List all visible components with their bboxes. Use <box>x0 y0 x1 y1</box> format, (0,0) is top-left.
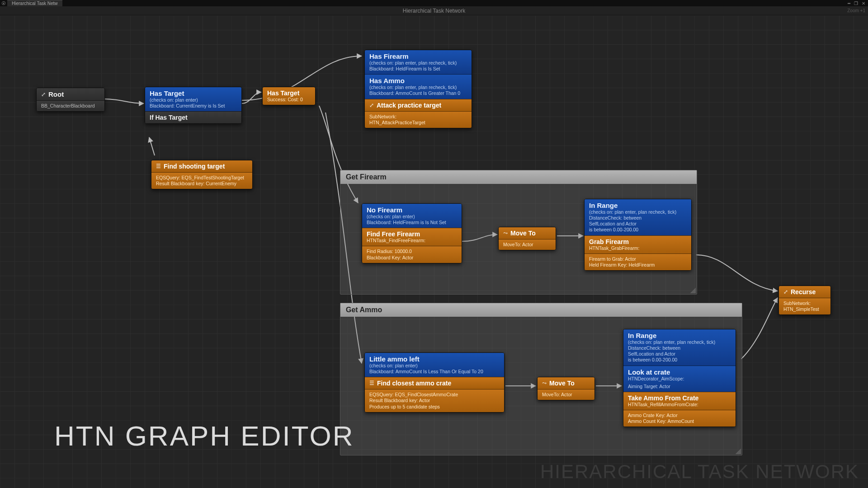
node-detail: Firearm to Grab: Actor <box>589 256 687 262</box>
node-detail: HTNTask_GrabFirearm: <box>589 245 687 251</box>
watermark-text: HIERARCHICAL TASK NETWORK <box>540 461 859 483</box>
node-title: Has Target <box>267 89 311 97</box>
node-detail: (checks on: plan enter) <box>369 363 500 369</box>
node-title: Root <box>48 90 64 98</box>
node-take-ammo[interactable]: In Range (checks on: plan enter, plan re… <box>623 329 736 427</box>
node-title: Recurse <box>791 288 816 296</box>
node-detail: Blackboard: AmmoCount Is Greater Than 0 <box>369 90 467 96</box>
node-detail: HTNTask_FindFreeFirearm: <box>367 238 457 244</box>
node-detail: MoveTo: Actor <box>542 392 590 398</box>
node-detail: is between 0.00-200.00 <box>589 227 687 233</box>
overlay-title: HTN GRAPH EDITOR <box>54 420 354 452</box>
node-has-target-task[interactable]: Has Target Success: Cost: 0 <box>262 87 316 105</box>
node-detail: (checks on: plan enter, plan recheck, ti… <box>369 84 467 90</box>
node-title: Take Ammo From Crate <box>628 394 731 402</box>
node-detail: Result Blackboard key: Actor <box>369 398 500 404</box>
node-detail: Result Blackboard key: CurrentEnemy <box>156 181 248 187</box>
node-detail: HTN_SimpleTest <box>783 306 826 312</box>
node-detail: HTNTask_RefillAmmoFromCrate: <box>628 402 731 408</box>
compound-header: Get Firearm <box>340 170 697 184</box>
node-subtitle: BB_CharacterBlackboard <box>41 103 100 109</box>
graph-header: Hierarchical Task Network Zoom +1 <box>0 6 868 15</box>
node-title: Move To <box>549 380 575 387</box>
node-detail: MoveTo: Actor <box>503 242 551 248</box>
node-detail: (checks on: plan enter) <box>367 214 457 220</box>
node-title: Attack practice target <box>377 102 441 109</box>
node-title: No Firearm <box>367 206 457 214</box>
node-find-ammo-crate[interactable]: Little ammo left (checks on: plan enter)… <box>364 352 505 413</box>
node-detail: Success: Cost: 0 <box>267 97 311 103</box>
node-detail: Blackboard: HeldFirearm is Is Not Set <box>367 220 457 225</box>
node-detail: HTN_AttackPracticeTarget <box>369 120 467 126</box>
query-icon: ☰ <box>369 380 374 386</box>
subnet-icon: ⤢ <box>783 289 788 295</box>
unreal-logo-icon: ⦿ <box>0 0 7 6</box>
graph-canvas[interactable]: ⤢ Root BB_CharacterBlackboard Has Target… <box>0 15 868 488</box>
graph-title: Hierarchical Task Network <box>403 8 466 14</box>
node-detail: DistanceCheck: between <box>589 215 687 221</box>
node-detail: (checks on: plan enter, plan recheck, ti… <box>589 209 687 215</box>
node-detail: HTNDecorator_AimScope: <box>628 376 731 382</box>
compound-header: Get Ammo <box>340 303 742 317</box>
node-detail: EQSQuery: EQS_FindClosestAmmoCrate <box>369 392 500 398</box>
node-title: Find closest ammo crate <box>377 380 451 387</box>
minimize-icon[interactable]: ━ <box>848 1 850 6</box>
node-detail: (checks on: plan enter, plan recheck, ti… <box>628 339 731 345</box>
node-title: Look at crate <box>628 368 731 376</box>
node-find-shooting-target[interactable]: ☰ Find shooting target EQSQuery: EQS_Fin… <box>151 160 253 189</box>
window-titlebar: ⦿ Hierarchical Task Netw ━ ❐ ✕ <box>0 0 868 6</box>
root-icon: ⤢ <box>41 91 46 98</box>
node-find-free-firearm[interactable]: No Firearm (checks on: plan enter) Black… <box>362 203 462 263</box>
node-detail: is between 0.00-200.00 <box>628 357 731 363</box>
editor-tab[interactable]: Hierarchical Task Netw <box>7 0 62 6</box>
node-detail: SelfLocation and Actor <box>628 351 731 357</box>
node-attack-stack[interactable]: Has Firearm (checks on: plan enter, plan… <box>364 50 472 128</box>
node-root[interactable]: ⤢ Root BB_CharacterBlackboard <box>36 88 105 112</box>
move-icon: ⤳ <box>542 380 547 386</box>
node-detail: (checks on: plan enter) <box>150 97 237 103</box>
node-detail: Aiming Target: Actor <box>628 384 731 389</box>
node-title: Move To <box>510 230 536 237</box>
node-title: If Has Target <box>150 114 237 121</box>
subnet-icon: ⤢ <box>369 102 374 108</box>
node-detail: SelfLocation and Actor <box>589 221 687 227</box>
node-title: In Range <box>628 332 731 339</box>
node-detail: EQSQuery: EQS_FindTestShootingTarget <box>156 175 248 181</box>
node-detail: Find Radius: 10000.0 <box>367 249 457 254</box>
zoom-level: Zoom +1 <box>847 6 865 15</box>
node-title: Find Free Firearm <box>367 230 457 238</box>
node-detail: Held Firearm Key: HeldFirearm <box>589 262 687 268</box>
node-detail: Blackboard: AmmoCount Is Less Than Or Eq… <box>369 369 500 375</box>
node-title: In Range <box>589 202 687 209</box>
node-detail: Ammo Crate Key: Actor <box>628 413 731 418</box>
query-icon: ☰ <box>156 163 161 169</box>
node-detail: SubNetwork: <box>783 300 826 306</box>
node-detail: Blackboard Key: Actor <box>367 255 457 261</box>
node-recurse[interactable]: ⤢ Recurse SubNetwork: HTN_SimpleTest <box>778 286 831 315</box>
node-gf-move-to[interactable]: ⤳ Move To MoveTo: Actor <box>498 227 556 250</box>
window-controls: ━ ❐ ✕ <box>848 1 868 6</box>
node-title: Has Target <box>150 89 237 97</box>
node-title: Find shooting target <box>164 163 225 170</box>
node-detail: Produces up to 5 candidate steps <box>369 404 500 410</box>
resize-grip-icon[interactable] <box>736 449 741 454</box>
maximize-icon[interactable]: ❐ <box>854 1 858 6</box>
node-ga-move-to[interactable]: ⤳ Move To MoveTo: Actor <box>537 377 595 400</box>
node-grab-firearm[interactable]: In Range (checks on: plan enter, plan re… <box>584 199 692 271</box>
node-detail: DistanceCheck: between <box>628 345 731 351</box>
node-detail: Blackboard: CurrentEnemy is Is Set <box>150 103 237 109</box>
resize-grip-icon[interactable] <box>690 288 696 293</box>
node-title: Grab Firearm <box>589 238 687 245</box>
node-title: Has Firearm <box>369 52 467 60</box>
close-icon[interactable]: ✕ <box>862 1 865 6</box>
node-has-target-if[interactable]: Has Target (checks on: plan enter) Black… <box>145 87 242 124</box>
node-detail: (checks on: plan enter, plan recheck, ti… <box>369 60 467 66</box>
move-icon: ⤳ <box>503 230 508 236</box>
node-title: Little ammo left <box>369 355 500 363</box>
node-detail: SubNetwork: <box>369 114 467 120</box>
node-detail: Ammo Count Key: AmmoCount <box>628 418 731 424</box>
node-detail: Blackboard: HeldFirearm is Is Set <box>369 66 467 72</box>
node-title: Has Ammo <box>369 77 467 84</box>
